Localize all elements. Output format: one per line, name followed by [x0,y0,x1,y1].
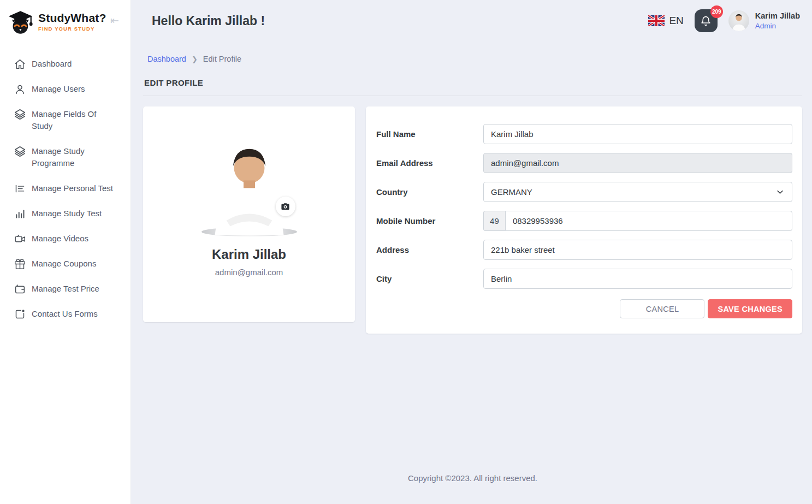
email-label: Email Address [376,158,483,168]
contact-form-icon [14,309,26,320]
copyright-text: Copyright ©2023. All right reserved. [408,473,537,483]
language-selector[interactable]: EN [648,15,683,27]
profile-photo [201,227,297,236]
full-name-label: Full Name [376,129,483,139]
breadcrumb: Dashboard ❯ Edit Profile [143,55,802,63]
breadcrumb-current: Edit Profile [203,55,241,63]
divider [143,96,802,96]
sidebar-item-label: Manage Study Programme [32,145,103,169]
country-label: Country [376,187,483,197]
sidebar-item-label: Manage Test Price [32,283,99,295]
sidebar-item-manage-users[interactable]: Manage Users [0,76,131,102]
sidebar-item-manage-fields-of-study[interactable]: Manage Fields Of Study [0,102,131,139]
gift-icon [14,258,26,270]
sidebar-nav: Dashboard Manage Users Manage Fields Of … [0,51,131,327]
user-role: Admin [755,21,800,31]
city-label: City [376,274,483,283]
profile-card: Karim Jillab admin@gmail.com [143,106,355,322]
edit-profile-form: Full Name Email Address Country GERM [366,106,802,334]
wallet-icon [14,283,26,295]
notification-count-badge: 209 [710,5,723,18]
user-avatar [728,10,749,31]
owl-logo-icon [8,8,36,35]
sidebar-item-manage-videos[interactable]: Manage Videos [0,226,131,251]
sidebar-item-label: Manage Coupons [32,258,96,270]
sidebar-item-label: Manage Study Test [32,207,102,220]
sidebar-item-label: Manage Users [32,83,85,95]
chevron-down-icon [776,188,784,196]
sidebar-item-manage-test-price[interactable]: Manage Test Price [0,276,131,301]
mobile-number-label: Mobile Number [376,216,483,226]
list-icon [14,183,26,194]
sidebar-item-manage-study-test[interactable]: Manage Study Test [0,201,131,226]
email-input [483,153,792,173]
content: Dashboard ❯ Edit Profile EDIT PROFILE [131,41,812,504]
footer: Copyright ©2023. All right reserved. [143,441,802,500]
profile-name: Karim Jillab [143,247,355,262]
country-select[interactable]: GERMANY [483,182,792,202]
dial-code-prefix: 49 [483,211,505,231]
sidebar-collapse-icon[interactable]: ⇤ [110,14,119,27]
sidebar-item-label: Dashboard [32,58,72,70]
breadcrumb-dashboard-link[interactable]: Dashboard [147,55,186,63]
language-code: EN [669,15,683,27]
user-name: Karim Jillab [755,11,800,21]
sidebar-item-label: Manage Videos [32,233,88,245]
city-input[interactable] [483,269,792,289]
sidebar-item-manage-coupons[interactable]: Manage Coupons [0,251,131,276]
uk-flag-icon [648,15,665,26]
save-changes-button[interactable]: SAVE CHANGES [708,299,792,318]
sidebar-item-contact-us-forms[interactable]: Contact Us Forms [0,301,131,327]
chevron-right-icon: ❯ [192,55,198,63]
main-area: Hello Karim Jillab ! EN [131,0,812,504]
greeting-text: Hello Karim Jillab ! [152,14,265,28]
sidebar-item-label: Contact Us Forms [32,308,98,320]
layers-icon [14,109,26,120]
home-icon [14,58,26,70]
sidebar-item-manage-study-programme[interactable]: Manage Study Programme [0,139,131,176]
layers-icon [14,146,26,157]
brand-tagline: FIND YOUR STUDY [38,26,106,32]
sidebar: StudyWhat? FIND YOUR STUDY ⇤ Dashboard M… [0,0,131,504]
sidebar-item-label: Manage Fields Of Study [32,108,103,132]
address-input[interactable] [483,240,792,260]
cancel-button[interactable]: CANCEL [620,299,704,318]
user-menu[interactable]: Karim Jillab Admin [728,10,800,31]
bar-chart-icon [14,208,26,220]
profile-email: admin@gmail.com [143,268,355,277]
country-selected-value: GERMANY [491,187,532,197]
brand-name: StudyWhat? [38,12,106,24]
bell-icon [700,15,712,27]
mobile-number-input[interactable] [505,211,792,231]
sidebar-item-label: Manage Personal Test [32,182,113,194]
sidebar-item-manage-personal-test[interactable]: Manage Personal Test [0,176,131,201]
user-icon [14,84,26,95]
camera-icon [281,202,290,211]
address-label: Address [376,245,483,254]
topbar: Hello Karim Jillab ! EN [131,0,812,41]
change-photo-button[interactable] [276,197,295,216]
video-camera-icon [14,233,26,245]
sidebar-item-dashboard[interactable]: Dashboard [0,51,131,76]
page-title: EDIT PROFILE [143,78,802,87]
full-name-input[interactable] [483,124,792,144]
